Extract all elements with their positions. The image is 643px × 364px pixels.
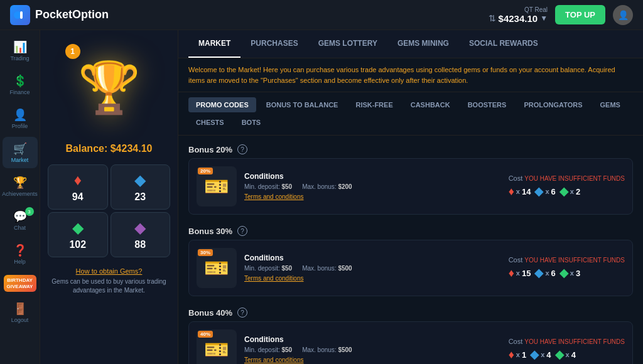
bonus-image-40: 🎫 40% (197, 329, 237, 364)
info-icon-40[interactable]: ? (237, 308, 247, 318)
promo-icon-20: 🎫 (204, 174, 229, 198)
cost-label-20: Cost YOU HAVE INSUFFICIENT FUNDS (509, 174, 625, 182)
chest-area: 1 🏆 (59, 38, 159, 138)
topup-button[interactable]: TOP UP (555, 5, 605, 24)
sidebar-item-market[interactable]: 🛒 Market (3, 137, 38, 168)
green-gem-cost-icon-20: ◆ (559, 185, 568, 198)
max-bonus-30: Max. bonus: $500 (302, 265, 352, 272)
sidebar-item-help[interactable]: ❓ Help (3, 238, 38, 270)
subtab-promo-codes[interactable]: PROMO CODES (188, 97, 256, 112)
purple-gem-count: 88 (134, 239, 146, 250)
subtab-bots[interactable]: BOTS (234, 115, 269, 130)
sidebar-label-market: Market (11, 157, 29, 163)
gems-description: Gems can be used to buy various trading … (48, 277, 170, 295)
bonus-card-40: 🎫 40% Conditions Min. deposit: $50 Max. … (188, 321, 633, 364)
sub-tabs: PROMO CODES BONUS TO BALANCE RISK-FREE C… (178, 92, 643, 136)
topbar-right: QT Real ⇅ $4234.10 ▼ TOP UP 👤 (489, 5, 633, 25)
max-bonus-40: Max. bonus: $500 (302, 346, 352, 353)
bonus-card-20: 🎫 20% Conditions Min. deposit: $50 Max. … (188, 158, 633, 215)
sidebar-label-finance: Finance (9, 89, 30, 95)
gem-card-purple: ◆ 88 (111, 212, 171, 257)
cost-gem-red-40: ♦ x 1 (509, 348, 527, 361)
subtab-cashback[interactable]: CASHBACK (403, 97, 458, 112)
mult-green-20: x (570, 188, 574, 195)
red-count-40: 1 (522, 350, 526, 360)
mult-20: x (516, 188, 520, 195)
tab-market[interactable]: MARKET (188, 30, 240, 58)
avatar[interactable]: 👤 (613, 5, 633, 25)
cost-gem-blue-30: ◆ x 6 (534, 266, 555, 280)
info-icon-20[interactable]: ? (237, 144, 247, 154)
min-deposit-40: Min. deposit: $50 (244, 346, 292, 353)
sidebar-item-trading[interactable]: 📊 Trading (3, 35, 38, 67)
bonus-cost-40: Cost YOU HAVE INSUFFICIENT FUNDS ♦ x 1 ◆… (509, 338, 625, 361)
terms-link-40[interactable]: Terms and conditions (244, 356, 304, 363)
subtab-chests[interactable]: CHESTS (188, 115, 232, 130)
green-gem-icon: ◆ (72, 219, 84, 237)
cost-gems-20: ♦ x 14 ◆ x 6 ◆ x (509, 185, 625, 198)
insufficient-funds-40: YOU HAVE INSUFFICIENT FUNDS (524, 338, 625, 345)
logo-icon (10, 5, 30, 25)
sidebar: 📊 Trading 💲 Finance 👤 Profile 🛒 Market 🏆… (0, 30, 40, 364)
sidebar-item-profile[interactable]: 👤 Profile (3, 103, 38, 134)
sidebar-label-profile: Profile (12, 123, 28, 129)
sidebar-label-achievements: Achievements (2, 191, 38, 197)
red-gem-cost-icon-30: ♦ (509, 267, 514, 280)
bonus-title-40: Bonus 40% (188, 308, 232, 318)
cost-gems-40: ♦ x 1 ◆ x 4 ◆ x (509, 348, 625, 361)
finance-icon: 💲 (13, 74, 27, 88)
green-gem-cost-icon-30: ◆ (559, 266, 568, 280)
insufficient-funds-30: YOU HAVE INSUFFICIENT FUNDS (524, 257, 625, 264)
main-layout: 📊 Trading 💲 Finance 👤 Profile 🛒 Market 🏆… (0, 30, 643, 364)
subtab-bonus-balance[interactable]: BONUS TO BALANCE (259, 97, 346, 112)
green-count-20: 2 (576, 187, 580, 196)
subtab-risk-free[interactable]: RISK-FREE (348, 97, 400, 112)
conditions-row-30: Min. deposit: $50 Max. bonus: $500 (244, 265, 501, 272)
logo-text: PocketOption (35, 8, 109, 21)
tab-gems-lottery[interactable]: GEMS LOTTERY (308, 30, 387, 58)
cost-gem-green-20: ◆ x 2 (559, 185, 580, 198)
cost-label-30: Cost YOU HAVE INSUFFICIENT FUNDS (509, 256, 625, 264)
help-icon: ❓ (13, 244, 27, 257)
sidebar-item-achievements[interactable]: 🏆 Achievements (3, 171, 38, 202)
bonus-title-30: Bonus 30% (188, 227, 232, 236)
gem-card-red: ♦ 94 (48, 164, 108, 210)
birthday-giveaway-button[interactable]: BIRTHDAYGIVEAWAY (4, 275, 36, 292)
blue-gem-cost-icon-30: ◆ (534, 266, 543, 280)
cost-label-40: Cost YOU HAVE INSUFFICIENT FUNDS (509, 338, 625, 345)
info-icon-30[interactable]: ? (237, 226, 247, 236)
blue-gem-count: 23 (134, 191, 146, 203)
tab-gems-mining[interactable]: GEMS MINING (387, 30, 459, 58)
blue-gem-cost-icon-40: ◆ (530, 348, 539, 361)
left-panel: 1 🏆 Balance: $4234.10 ♦ 94 ◆ 23 ◆ 102 ◆ … (40, 30, 178, 364)
gems-grid: ♦ 94 ◆ 23 ◆ 102 ◆ 88 (48, 164, 170, 257)
cost-gem-blue-20: ◆ x 6 (534, 185, 555, 198)
max-bonus-20: Max. bonus: $200 (302, 183, 352, 190)
green-gem-cost-icon-40: ◆ (555, 348, 564, 361)
conditions-row-20: Min. deposit: $50 Max. bonus: $200 (244, 183, 501, 190)
balance-value: $4234.10 (499, 13, 538, 24)
green-count-40: 4 (571, 350, 576, 360)
tab-social-rewards[interactable]: SOCIAL REWARDS (459, 30, 548, 58)
subtab-boosters[interactable]: BOOSTERS (460, 97, 514, 112)
conditions-title-20: Conditions (244, 172, 501, 181)
chest-number-badge: 1 (65, 44, 80, 59)
blue-count-30: 6 (551, 269, 556, 278)
bonus-pct-badge-20: 20% (198, 168, 213, 174)
blue-count-40: 4 (546, 350, 551, 360)
bonus-title-20: Bonus 20% (188, 145, 232, 154)
terms-link-30[interactable]: Terms and conditions (244, 275, 304, 282)
subtab-prolongators[interactable]: PROLONGATORS (516, 97, 590, 112)
sidebar-label-trading: Trading (10, 55, 29, 62)
tab-purchases[interactable]: PURCHASES (240, 30, 308, 58)
sidebar-item-finance[interactable]: 💲 Finance (3, 69, 38, 100)
bonus-header-40: Bonus 40% ? (188, 304, 633, 321)
bonus-header-20: Bonus 20% ? (188, 141, 633, 158)
how-to-obtain-gems-link[interactable]: How to obtain Gems? (76, 267, 143, 275)
terms-link-20[interactable]: Terms and conditions (244, 193, 304, 200)
sidebar-item-chat[interactable]: 💬 3 Chat (3, 205, 38, 236)
subtab-gems[interactable]: GEMS (593, 97, 628, 112)
sidebar-item-logout[interactable]: 🚪 Logout (3, 297, 38, 328)
panel-balance: Balance: $4234.10 (66, 143, 153, 154)
min-deposit-20: Min. deposit: $50 (244, 183, 292, 190)
